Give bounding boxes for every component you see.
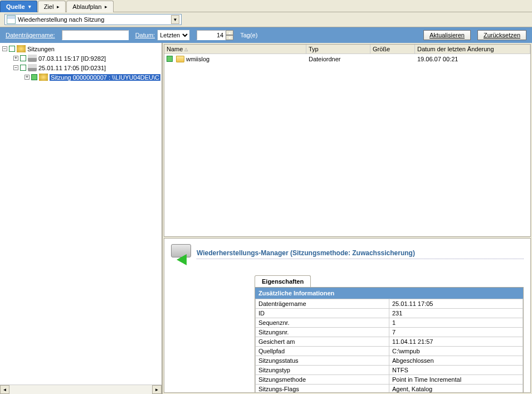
property-key: Datenträgername (256, 299, 389, 309)
property-row: SitzungsstatusAbgeschlossen (256, 356, 523, 366)
main-tabs: Quelle ▾ Ziel ▸ Ablaufplan ▸ (0, 0, 532, 12)
property-key: ID (256, 309, 389, 318)
disk-icon (28, 55, 37, 62)
property-value: 11.04.11 21:57 (389, 337, 523, 347)
col-type[interactable]: Typ (306, 45, 370, 53)
horizontal-scrollbar[interactable]: ◄ ► (0, 385, 162, 394)
detail-area: Wiederherstellungs-Manager (Sitzungsmeth… (164, 238, 531, 393)
expand-icon[interactable]: + (25, 75, 30, 80)
session-icon (39, 74, 48, 81)
scroll-track[interactable] (9, 385, 152, 394)
dropdown-arrow-icon[interactable]: ▼ (171, 15, 179, 24)
checkbox[interactable] (20, 55, 26, 61)
file-date: 19.06.07 00:21 (415, 56, 530, 62)
tab-properties[interactable]: Eigenschaften (255, 275, 311, 287)
property-value: 1 (389, 318, 523, 328)
checkbox-checked[interactable] (31, 74, 37, 80)
property-key: Gesichert am (256, 337, 389, 347)
property-key: Sitzungsmethode (256, 375, 389, 385)
tab-source[interactable]: Quelle ▾ (0, 1, 37, 12)
chevron-down-icon: ▾ (28, 4, 31, 9)
session-tree[interactable]: − Sitzungen + 07.03.11 15:17 [ID:9282] −… (0, 43, 162, 385)
expand-icon[interactable]: + (13, 56, 18, 61)
col-size[interactable]: Größe (370, 45, 415, 53)
property-row: SitzungsmethodePoint in Time Incremental (256, 375, 523, 385)
volume-name-label: Datenträgername: (6, 32, 55, 38)
property-row: Sitzungs-FlagsAgent, Katalog (256, 385, 523, 393)
tree-node-label: 07.03.11 15:17 [ID:9282] (38, 55, 106, 62)
disk-icon (28, 64, 37, 71)
property-row: SitzungstypNTFS (256, 366, 523, 375)
tree-root[interactable]: − Sitzungen (1, 44, 160, 53)
tree-node[interactable]: + 07.03.11 15:17 [ID:9282] (1, 53, 160, 63)
tab-source-label: Quelle (6, 3, 25, 10)
checkbox[interactable] (20, 65, 26, 71)
chevron-right-icon: ▸ (57, 4, 60, 9)
property-row: Gesichert am11.04.11 21:57 (256, 337, 523, 347)
tab-schedule[interactable]: Ablaufplan ▸ (66, 1, 114, 12)
tab-target[interactable]: Ziel ▸ (38, 1, 66, 12)
days-spinner[interactable]: ▲ ▼ (226, 30, 233, 40)
spin-up-icon[interactable]: ▲ (226, 30, 233, 35)
volume-name-input[interactable] (62, 30, 129, 40)
file-name: wmiislog (186, 56, 209, 62)
property-row: Datenträgername25.01.11 17:05 (256, 299, 523, 309)
reset-button[interactable]: Zurücksetzen (477, 30, 526, 40)
tab-target-label: Ziel (44, 3, 54, 10)
property-row: Sitzungsnr.7 (256, 328, 523, 337)
property-key: Sitzungsstatus (256, 356, 389, 366)
tree-node-label: 25.01.11 17:05 [ID:0231] (38, 65, 106, 71)
property-key: Sitzungsnr. (256, 328, 389, 337)
mode-dropdown-row: Wiederherstellung nach Sitzung ▼ (0, 12, 532, 27)
collapse-icon[interactable]: − (2, 46, 7, 51)
right-pane: Name △ Typ Größe Datum der letzten Änder… (163, 43, 532, 394)
file-type: Dateiordner (306, 56, 370, 62)
property-key: Sequenznr. (256, 318, 389, 328)
date-label: Datum: (135, 32, 155, 38)
property-key: Quellpfad (256, 347, 389, 356)
property-key: Sitzungstyp (256, 366, 389, 375)
filter-bar: Datenträgername: Datum: Letzten ▲ ▼ Tag(… (0, 27, 532, 43)
property-value: Point in Time Incremental (389, 375, 523, 385)
sessions-icon (17, 45, 26, 52)
manager-header: Wiederherstellungs-Manager (Sitzungsmeth… (171, 243, 524, 265)
days-unit-label: Tag(e) (240, 32, 257, 38)
property-value: 25.01.11 17:05 (389, 299, 523, 309)
scroll-right-icon[interactable]: ► (152, 385, 162, 394)
property-row: QuellpfadC:\wmpub (256, 347, 523, 356)
scroll-left-icon[interactable]: ◄ (0, 385, 9, 394)
days-input[interactable] (197, 30, 226, 40)
spin-down-icon[interactable]: ▼ (226, 35, 233, 40)
tree-root-label: Sitzungen (27, 46, 55, 52)
update-button[interactable]: Aktualisieren (423, 30, 471, 40)
collapse-icon[interactable]: − (13, 65, 18, 70)
session-icon (7, 15, 16, 24)
date-range-select[interactable]: Letzten (157, 30, 190, 41)
checkbox[interactable] (9, 46, 15, 52)
property-value: Abgeschlossen (389, 356, 523, 366)
tree-node-label: Sitzung 0000000007 : \\LIUYU04DEU\C (50, 74, 160, 81)
list-row[interactable]: wmiislog Dateiordner 19.06.07 00:21 (164, 54, 530, 64)
list-header: Name △ Typ Größe Datum der letzten Änder… (164, 45, 530, 54)
property-value: 7 (389, 328, 523, 337)
restore-mode-combo[interactable]: Wiederherstellung nach Sitzung ▼ (4, 14, 182, 25)
property-value: NTFS (389, 366, 523, 375)
tree-node[interactable]: − 25.01.11 17:05 [ID:0231] (1, 63, 160, 72)
chevron-right-icon: ▸ (105, 4, 108, 9)
tree-pane: − Sitzungen + 07.03.11 15:17 [ID:9282] −… (0, 43, 163, 394)
property-value: 231 (389, 309, 523, 318)
property-row: Sequenznr.1 (256, 318, 523, 328)
tab-schedule-label: Ablaufplan (72, 3, 101, 10)
col-name[interactable]: Name △ (164, 45, 306, 53)
manager-title: Wiederherstellungs-Manager (Sitzungsmeth… (197, 249, 524, 259)
checkbox-checked[interactable] (167, 56, 173, 62)
properties-header: Zusätzliche Informationen (255, 288, 523, 299)
property-key: Sitzungs-Flags (256, 385, 389, 393)
col-date[interactable]: Datum der letzten Änderung (415, 45, 530, 53)
file-list: Name △ Typ Größe Datum der letzten Änder… (164, 44, 531, 237)
restore-manager-icon (171, 243, 193, 265)
restore-mode-label: Wiederherstellung nach Sitzung (18, 16, 171, 23)
property-value: Agent, Katalog (389, 385, 523, 393)
properties-table: Datenträgername25.01.11 17:05ID231Sequen… (255, 299, 523, 393)
tree-node-selected[interactable]: + Sitzung 0000000007 : \\LIUYU04DEU\C (1, 72, 160, 82)
